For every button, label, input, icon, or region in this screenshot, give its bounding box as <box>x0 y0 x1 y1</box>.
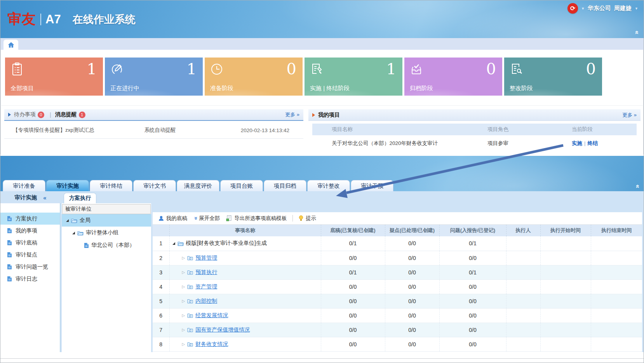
drafts-cell: 0/0 <box>321 251 385 265</box>
card-implement-stage[interactable]: 1 实施 | 终结阶段 <box>305 58 402 96</box>
sidebar-item-label: 方案执行 <box>16 215 37 222</box>
col-rownum <box>153 225 169 236</box>
row-collapsed-icon[interactable]: ▷ <box>182 256 185 260</box>
expand-all-button[interactable]: « 展开全部 <box>191 215 222 222</box>
card-rectify-stage[interactable]: 0 整改阶段 <box>504 58 602 96</box>
tab-audit-finish[interactable]: 审计终结 <box>90 180 132 191</box>
folder-icon <box>187 284 193 289</box>
start-time-cell <box>540 337 591 351</box>
tab-audit-prepare[interactable]: 审计准备 <box>3 180 45 191</box>
sidebar-title: 审计实施 <box>14 194 37 201</box>
tab-todo-items[interactable]: 待办事项 <box>14 111 36 118</box>
chevron-down-icon[interactable]: ▼ <box>635 7 638 10</box>
card-prepare-stage[interactable]: 0 准备阶段 <box>205 58 303 96</box>
tree-node-north-china-company[interactable]: 华北公司（本部） <box>62 239 151 251</box>
row-collapsed-icon[interactable]: ▷ <box>182 328 185 332</box>
card-all-projects[interactable]: 1 全部项目 <box>5 58 103 96</box>
tab-audit-document[interactable]: 审计文书 <box>133 180 176 191</box>
sidebar-item-audit-drafts[interactable]: 审计底稿 <box>0 237 60 249</box>
export-template-button[interactable]: 导出所选事项底稿模板 <box>224 215 289 222</box>
issues-cell: 0/0 <box>439 323 506 337</box>
end-time-cell <box>591 236 642 251</box>
table-row[interactable]: 2 ▷ 预算管理 0/0 0/0 0/0 <box>153 251 642 265</box>
tree-node-global[interactable]: 全局 <box>62 214 151 227</box>
card-archive-stage[interactable]: 0 归档阶段 <box>404 58 502 96</box>
table-row[interactable]: 6 ▷ 经营发展情况 0/0 0/0 0/0 <box>153 308 642 323</box>
chevron-down-icon[interactable]: ▼ <box>581 7 585 10</box>
col-project-role: 项目角色 <box>487 126 572 133</box>
tree-expanded-icon[interactable] <box>72 232 75 234</box>
collapse-header-icon[interactable]: « <box>635 185 641 188</box>
refresh-icon[interactable]: ⟳ <box>567 3 578 14</box>
collapse-sidebar-icon[interactable]: « <box>43 194 46 201</box>
table-row[interactable]: 7 ▷ 国有资产保值增值情况 0/0 0/0 0/0 <box>153 323 642 337</box>
table-row[interactable]: 3 ▷ 预算执行 0/1 0/0 0/1 <box>153 265 642 279</box>
start-time-cell <box>540 308 591 323</box>
matter-link[interactable]: 内部控制 <box>195 298 217 305</box>
document-icon <box>7 240 12 246</box>
user-company[interactable]: 华东公司 <box>588 5 611 12</box>
triangle-right-icon <box>8 113 11 117</box>
folder-icon <box>187 270 193 275</box>
stage-finish-link[interactable]: 终结 <box>588 140 598 146</box>
tab-audit-intervene[interactable]: 审计干预 <box>351 180 393 191</box>
sidebar-item-label: 审计底稿 <box>16 239 37 246</box>
collapse-header-icon[interactable]: « <box>634 31 641 34</box>
row-collapsed-icon[interactable]: ▷ <box>182 342 185 346</box>
my-drafts-button[interactable]: 我的底稿 <box>157 215 189 222</box>
sidebar-item-issue-list[interactable]: 审计问题一览 <box>0 261 60 273</box>
table-row[interactable]: 1 模版[财务收支审计-事业单位]生成 0/1 0/0 0/1 <box>153 236 642 251</box>
clock-icon <box>209 62 224 77</box>
drafts-cell: 0/0 <box>321 308 385 323</box>
tree-expanded-icon[interactable] <box>66 219 69 222</box>
footer-strip <box>0 352 644 363</box>
audited-unit-header: 被审计单位 <box>62 204 151 214</box>
message-row[interactable]: 【专项填报任务提醒】zxp测试汇总 系统自动提醒 2020-02-13 14:1… <box>4 121 303 139</box>
stage-implement-link[interactable]: 实施 <box>572 140 582 146</box>
tab-audit-implement[interactable]: 审计实施 <box>46 180 89 191</box>
tip-button[interactable]: 提示 <box>297 215 318 222</box>
drafts-cell: 0/1 <box>321 236 385 251</box>
table-row[interactable]: 4 ▷ 资产管理 0/0 0/0 0/0 <box>153 279 642 294</box>
matter-link[interactable]: 预算执行 <box>195 269 217 276</box>
projects-more-link[interactable]: 更多 » <box>622 112 637 119</box>
tab-audit-rectify[interactable]: 审计整改 <box>307 180 350 191</box>
row-collapsed-icon[interactable]: ▷ <box>182 285 185 289</box>
matter-link[interactable]: 资产管理 <box>195 283 217 290</box>
card-in-progress[interactable]: 1 正在进行中 <box>105 58 203 96</box>
tab-message-reminder[interactable]: 消息提醒 <box>55 111 77 118</box>
sidebar-item-plan-execute[interactable]: 方案执行 <box>0 213 60 225</box>
sidebar-item-audit-doubts[interactable]: 审计疑点 <box>0 249 60 261</box>
row-collapsed-icon[interactable]: ▷ <box>182 314 185 318</box>
matter-link[interactable]: 财务收支情况 <box>195 341 228 348</box>
subtab-plan-execute[interactable]: 方案执行 <box>64 193 96 203</box>
matter-link[interactable]: 国有资产保值增值情况 <box>195 326 250 333</box>
tab-project-ledger[interactable]: 项目台账 <box>220 180 263 191</box>
project-row[interactable]: 关于对华北公司（本部）2020年财务收支审计 项目参审 实施|终结 <box>308 135 641 147</box>
table-row[interactable]: 5 ▷ 内部控制 0/0 0/0 0/0 <box>153 294 642 308</box>
row-expanded-icon[interactable] <box>172 242 175 245</box>
pencil-circle-icon <box>110 62 124 77</box>
brand-divider <box>40 14 41 25</box>
matter-link[interactable]: 预算管理 <box>195 255 217 262</box>
tree-node-label: 审计整体小组 <box>86 229 118 236</box>
todo-panel: 待办事项 0 | 消息提醒 1 更多 » 【专项填报任务提醒】zxp测试汇总 系… <box>4 109 303 153</box>
todo-more-link[interactable]: 更多 » <box>285 111 299 118</box>
row-collapsed-icon[interactable]: ▷ <box>182 271 185 274</box>
message-title[interactable]: 【专项填报任务提醒】zxp测试汇总 <box>13 127 144 134</box>
sidebar-item-label: 审计日志 <box>16 276 37 283</box>
tab-home[interactable] <box>3 40 18 50</box>
sidebar-item-audit-log[interactable]: 审计日志 <box>0 273 60 285</box>
row-collapsed-icon[interactable]: ▷ <box>182 299 185 303</box>
expand-all-label: 展开全部 <box>199 215 220 222</box>
tab-project-archive[interactable]: 项目归档 <box>264 180 306 191</box>
user-name[interactable]: 周建婕 <box>614 5 632 12</box>
matter-link[interactable]: 经营发展情况 <box>195 312 228 319</box>
row-num: 6 <box>153 308 169 323</box>
doubts-cell: 0/0 <box>385 323 439 337</box>
sidebar-item-my-matters[interactable]: 我的事项 <box>0 225 60 237</box>
sidebar-item-label: 我的事项 <box>16 227 37 234</box>
tab-satisfaction[interactable]: 满意度评价 <box>177 180 219 191</box>
tree-node-audit-group[interactable]: 审计整体小组 <box>62 227 151 239</box>
table-row[interactable]: 8 ▷ 财务收支情况 0/0 0/0 0/0 <box>153 337 642 351</box>
